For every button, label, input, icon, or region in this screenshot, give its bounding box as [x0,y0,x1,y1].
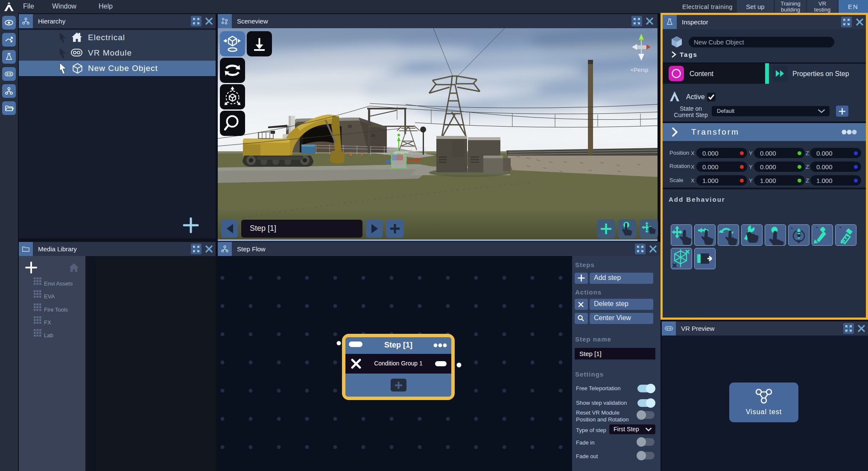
svg-text:<Persp: <Persp [631,67,649,73]
